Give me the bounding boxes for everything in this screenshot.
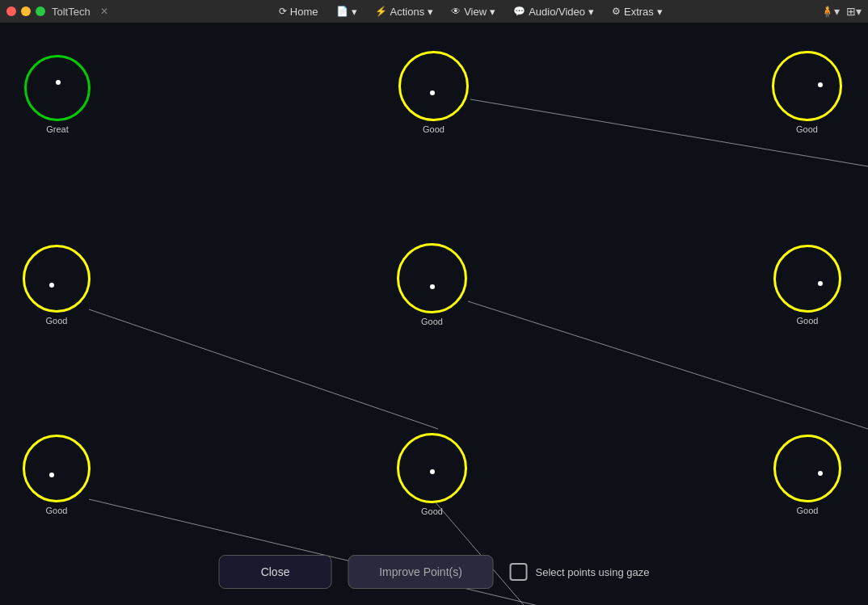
circle-ring-3 [772,51,842,121]
svg-line-4 [435,502,533,605]
menu-actions[interactable]: ⚡ Actions ▾ [367,4,442,19]
actions-icon: ⚡ [375,6,387,17]
close-button[interactable]: Close [219,555,332,589]
calibration-point-5[interactable]: Good [397,243,467,326]
circle-ring-1 [24,55,91,121]
gaze-dot-7 [49,473,54,477]
menu-actions-label: Actions [390,6,425,18]
titlebar: ToltTech ✕ ⟳ Home 📄 ▾ ⚡ Actions ▾ 👁 View… [0,0,868,23]
circle-ring-7 [23,435,91,502]
circle-label-4: Good [46,316,68,326]
calibration-point-1[interactable]: Great [24,55,91,134]
menu-audio-video[interactable]: 💬 Audio/Video ▾ [505,4,602,19]
menu-home-label: Home [290,6,318,18]
gaze-dot-3 [818,82,823,87]
close-tab-button[interactable]: ✕ [100,6,108,17]
circle-label-9: Good [797,506,819,515]
calibration-point-4[interactable]: Good [23,245,91,326]
bottom-controls: Close Improve Point(s) Select points usi… [219,555,650,589]
circle-label-2: Good [423,124,445,134]
gaze-dot-5 [430,284,435,289]
menu-pages[interactable]: 📄 ▾ [328,4,365,19]
view-icon: 👁 [451,6,461,17]
circle-ring-9 [773,435,841,502]
svg-line-1 [89,309,438,429]
audio-video-arrow-icon: ▾ [588,6,594,18]
extras-arrow-icon: ▾ [657,6,663,18]
gaze-dot-6 [818,281,823,286]
circle-ring-2 [398,51,469,121]
calibration-point-7[interactable]: Good [23,435,91,515]
person-icon[interactable]: 🧍▾ [820,5,840,18]
minimize-window-button[interactable] [21,6,31,16]
actions-arrow-icon: ▾ [428,6,433,18]
circle-label-5: Good [421,317,443,326]
calibration-point-8[interactable]: Good [397,433,467,516]
circle-ring-8 [397,433,467,503]
gaze-dot-2 [430,90,435,95]
titlebar-right-buttons: 🧍▾ ⊞▾ [820,5,862,18]
calibration-point-3[interactable]: Good [772,51,842,134]
maximize-window-button[interactable] [36,6,45,16]
circle-label-1: Great [46,124,69,134]
circle-label-7: Good [46,506,68,515]
menu-view-label: View [464,6,487,18]
traffic-lights [6,6,45,16]
gaze-select-checkbox[interactable] [510,563,528,581]
gaze-dot-4 [49,283,54,288]
gaze-dot-9 [818,471,823,476]
gaze-select-group: Select points using gaze [510,563,650,581]
improve-points-button[interactable]: Improve Point(s) [348,555,494,589]
window-icon[interactable]: ⊞▾ [846,5,862,18]
calibration-point-9[interactable]: Good [773,435,841,515]
menu-pages-arrow: ▾ [352,6,357,18]
calibration-point-2[interactable]: Good [398,51,469,134]
gaze-select-label: Select points using gaze [536,566,650,578]
extras-icon: ⚙ [612,6,621,17]
circle-label-8: Good [421,506,443,516]
gaze-dot-1 [56,80,61,85]
circle-label-3: Good [796,124,818,134]
circle-ring-6 [773,245,841,313]
menu-view[interactable]: 👁 View ▾ [443,4,504,19]
svg-line-3 [89,499,566,605]
menu-bar: ⟳ Home 📄 ▾ ⚡ Actions ▾ 👁 View ▾ 💬 Audio/… [121,4,820,19]
menu-audio-video-label: Audio/Video [529,6,585,18]
close-window-button[interactable] [6,6,16,16]
circle-ring-5 [397,243,467,313]
home-icon: ⟳ [279,6,287,17]
menu-home[interactable]: ⟳ Home [271,4,327,19]
gaze-dot-8 [430,469,435,474]
menu-extras[interactable]: ⚙ Extras ▾ [604,4,671,19]
audio-video-icon: 💬 [513,6,525,17]
app-name: ToltTech [52,6,91,18]
circle-ring-4 [23,245,91,313]
circle-label-6: Good [797,316,819,326]
view-arrow-icon: ▾ [490,6,495,18]
menu-extras-label: Extras [624,6,654,18]
calibration-point-6[interactable]: Good [773,245,841,326]
pages-icon: 📄 [336,6,348,17]
main-content: Great Good Good Good Good Good [0,23,868,605]
